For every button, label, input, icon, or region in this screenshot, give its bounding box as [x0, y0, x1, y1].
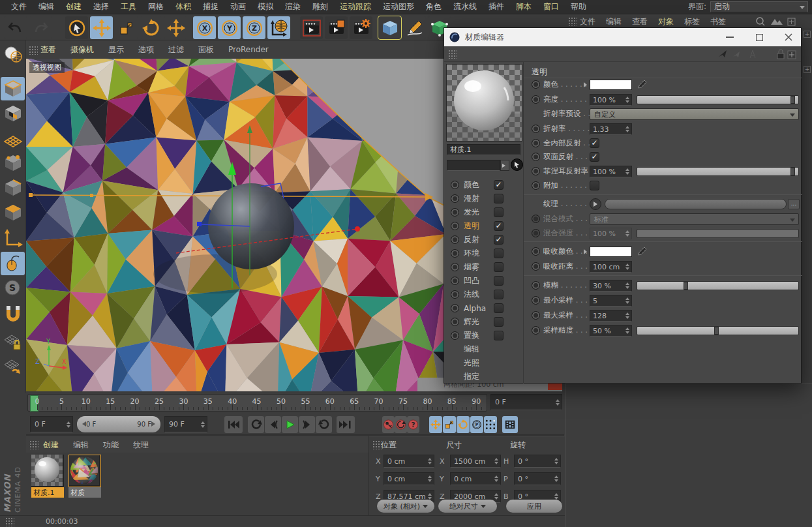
channel-item[interactable]: 法线	[444, 288, 523, 301]
object-manager-menu-item[interactable]: 对象	[658, 16, 674, 27]
timeline-mode-button[interactable]	[502, 416, 518, 433]
menubar-item[interactable]: 选择	[87, 1, 115, 12]
channel-item[interactable]: 漫射	[444, 192, 523, 205]
undo-button[interactable]	[4, 16, 27, 39]
setting-checkbox[interactable]: ✓	[590, 152, 599, 162]
texture-browse-button[interactable]: ...	[788, 199, 800, 209]
setting-radio[interactable]	[532, 281, 540, 290]
channel-radio[interactable]	[451, 194, 459, 203]
channel-checkbox[interactable]	[494, 331, 504, 340]
material-name-label[interactable]: 材质.1	[31, 487, 64, 498]
drag-handle[interactable]	[29, 46, 38, 55]
channel-item[interactable]: 反射✓	[444, 233, 523, 247]
channel-item[interactable]: 环境	[444, 247, 523, 260]
menubar-item[interactable]: 渲染	[279, 1, 307, 12]
lock-x-button[interactable]: X	[193, 16, 216, 39]
channel-item[interactable]: 置换	[444, 329, 523, 342]
timeline-ruler[interactable]: 051015202530354045505560657075808590	[27, 394, 487, 412]
coord-value-field[interactable]: 1500 cm	[450, 455, 501, 468]
snap-button[interactable]: S	[1, 277, 25, 300]
menubar-item[interactable]: 雕刻	[307, 1, 334, 12]
channel-radio[interactable]	[451, 235, 459, 244]
spinner-arrows-icon[interactable]	[201, 419, 205, 430]
rotate-tool[interactable]	[140, 16, 162, 39]
object-manager-menu-item[interactable]: 编辑	[606, 16, 622, 27]
channel-radio[interactable]	[451, 277, 459, 285]
menubar-item[interactable]: 模拟	[252, 1, 279, 12]
spinner-arrows-icon[interactable]	[67, 419, 70, 430]
channel-checkbox[interactable]: ✓	[494, 180, 504, 190]
channel-radio[interactable]	[451, 331, 459, 340]
setting-radio[interactable]	[532, 311, 540, 320]
goto-end-button[interactable]	[337, 416, 355, 433]
channel-checkbox[interactable]	[494, 303, 504, 313]
channel-item[interactable]: 发光	[444, 205, 523, 219]
timeline-frame-field[interactable]: 0 F	[490, 394, 562, 410]
channel-radio[interactable]	[451, 222, 459, 230]
maximize-button[interactable]	[746, 28, 772, 46]
record-keyframe-button[interactable]	[382, 416, 395, 433]
value-slider[interactable]	[637, 167, 799, 176]
value-spinner[interactable]: 1.33	[590, 123, 632, 135]
channel-radio[interactable]	[451, 290, 459, 299]
object-manager-icons[interactable]	[755, 16, 797, 27]
object-manager-menu-item[interactable]: 书签	[710, 16, 726, 27]
channel-checkbox[interactable]	[494, 290, 504, 299]
channel-radio[interactable]	[451, 318, 459, 326]
frame-range-slider[interactable]: 0 F 90 F	[77, 416, 160, 432]
channel-item[interactable]: 指定	[444, 370, 523, 384]
setting-radio[interactable]	[532, 326, 540, 335]
menubar-item[interactable]: 文件	[5, 1, 33, 12]
menubar-item[interactable]: 捕捉	[197, 1, 224, 12]
material-name-field[interactable]: 材质.1	[447, 144, 520, 155]
autokey-button[interactable]	[395, 416, 407, 433]
render-picture-viewer-button[interactable]	[325, 16, 348, 39]
lock-y-button[interactable]: Y	[218, 16, 241, 39]
value-spinner[interactable]: 100 cm	[590, 261, 632, 273]
magnet-button[interactable]	[1, 303, 25, 326]
render-view-button[interactable]	[300, 16, 323, 39]
setting-radio[interactable]	[532, 181, 540, 190]
keying-selection-button[interactable]	[484, 416, 497, 433]
channel-item[interactable]: 烟雾	[444, 260, 523, 274]
color-swatch[interactable]	[590, 80, 632, 90]
close-button[interactable]	[775, 28, 802, 46]
value-spinner[interactable]: 30 %	[590, 280, 632, 292]
menubar-item[interactable]: 插件	[483, 1, 510, 12]
spinner-arrows-icon[interactable]	[556, 397, 560, 408]
coord-value-field[interactable]: 0 cm	[450, 472, 501, 485]
transport-start-field[interactable]: 0 F	[30, 416, 73, 432]
material-manager-menu-item[interactable]: 创建	[43, 440, 59, 451]
drag-handle[interactable]	[448, 50, 457, 59]
axis-mode-button[interactable]	[1, 227, 25, 250]
channel-item[interactable]: 光照	[444, 356, 523, 370]
channel-checkbox[interactable]	[494, 317, 504, 327]
eyedropper-icon[interactable]	[637, 79, 648, 92]
viewport-menu-item[interactable]: 面板	[198, 44, 214, 55]
menubar-item[interactable]: 动画	[224, 1, 252, 12]
menubar-item[interactable]: 工具	[115, 1, 142, 12]
play-button[interactable]	[282, 416, 298, 433]
coordinate-system-button[interactable]	[267, 16, 290, 39]
menubar-item[interactable]: 流水线	[447, 1, 483, 12]
coords-button[interactable]: 对象 (相对)	[377, 500, 434, 513]
value-spinner[interactable]: 128	[590, 310, 632, 322]
points-mode-button[interactable]	[1, 151, 25, 175]
play-backwards-button[interactable]	[248, 416, 264, 433]
workplane-button[interactable]	[1, 127, 25, 150]
keyframe-options-button[interactable]: ?	[407, 416, 419, 433]
align-workplane-button[interactable]	[1, 355, 25, 378]
drag-handle[interactable]	[5, 517, 14, 526]
lock-plus-icons[interactable]	[776, 48, 798, 61]
dropdown[interactable]: 标准	[590, 213, 799, 225]
material-thumbnail[interactable]	[31, 455, 64, 487]
goto-start-button[interactable]	[224, 416, 243, 433]
channel-checkbox[interactable]: ✓	[494, 235, 504, 245]
editor-toolbar-icons[interactable]	[716, 48, 775, 61]
channel-item[interactable]: 编辑	[444, 342, 523, 356]
coord-value-field[interactable]: 0 cm	[383, 455, 434, 468]
channel-item[interactable]: 辉光	[444, 315, 523, 329]
value-slider[interactable]	[637, 229, 799, 238]
eyedropper-icon[interactable]	[637, 246, 648, 259]
material-preview[interactable]	[446, 64, 522, 142]
